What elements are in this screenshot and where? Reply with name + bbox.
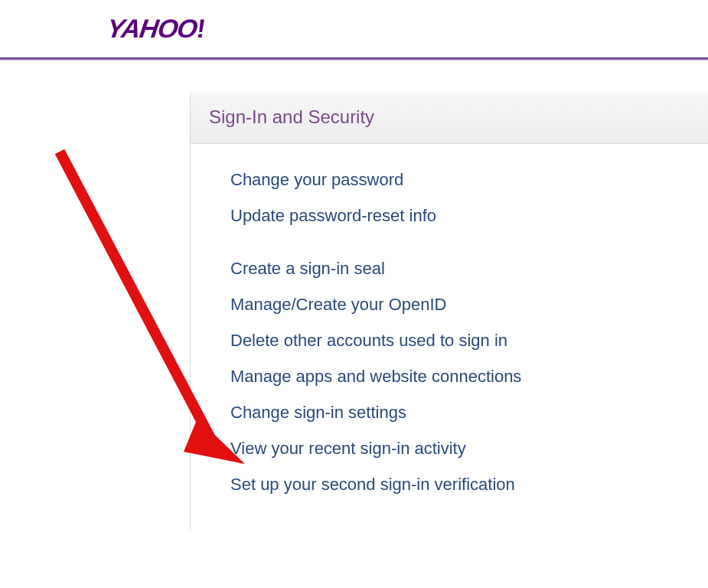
group-gap [230, 239, 708, 256]
link-create-signin-seal[interactable]: Create a sign-in seal [230, 256, 708, 281]
yahoo-logo[interactable]: YAHOO! [105, 14, 207, 44]
panel-body: Change your password Update password-res… [191, 144, 708, 531]
panel-header: Sign-In and Security [191, 93, 708, 144]
link-delete-other-accounts[interactable]: Delete other accounts used to sign in [230, 328, 708, 353]
signin-security-panel: Sign-In and Security Change your passwor… [190, 93, 708, 531]
link-view-recent-activity[interactable]: View your recent sign-in activity [230, 436, 708, 461]
link-change-password[interactable]: Change your password [230, 167, 708, 192]
panel-title: Sign-In and Security [209, 106, 690, 128]
logo-text: YAHOO [105, 14, 198, 43]
link-manage-openid[interactable]: Manage/Create your OpenID [230, 292, 708, 317]
link-change-signin-settings[interactable]: Change sign-in settings [230, 400, 708, 425]
link-manage-apps[interactable]: Manage apps and website connections [230, 364, 708, 389]
header-divider [0, 57, 708, 60]
page-header: YAHOO! [0, 0, 708, 57]
link-setup-second-verification[interactable]: Set up your second sign-in verification [230, 472, 708, 497]
link-update-reset-info[interactable]: Update password-reset info [230, 203, 708, 228]
